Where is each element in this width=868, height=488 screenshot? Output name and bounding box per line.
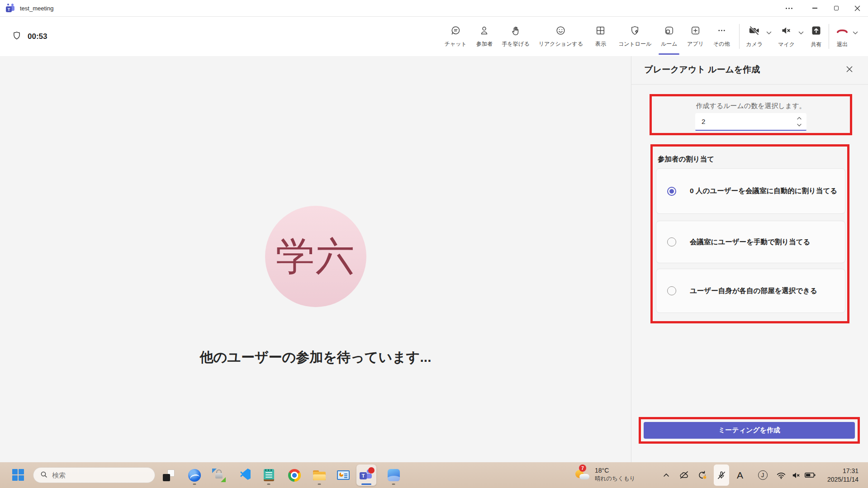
ellipsis-icon (716, 25, 727, 38)
raise-hand-icon (510, 25, 522, 38)
toolbar-divider (739, 24, 740, 49)
toolbar-tab-raise-hand[interactable]: 手を挙げる (498, 17, 534, 56)
presentation-icon (337, 470, 350, 480)
photos-icon (388, 469, 400, 481)
toolbar-tab-participants[interactable]: 参加者 (471, 17, 498, 56)
onedrive-paused-icon[interactable] (677, 462, 691, 488)
clock-time: 17:31 (827, 467, 859, 475)
clock-date: 2025/11/14 (827, 475, 859, 484)
task-view-button[interactable] (159, 464, 179, 486)
leave-button[interactable]: 退出 (834, 17, 851, 56)
share-label: 共有 (811, 41, 822, 48)
annotation-box-room-count: 作成するルームの数を選択します。 (650, 94, 852, 135)
radio-icon[interactable] (667, 286, 676, 295)
annotation-box-create: ミーティングを作成 (639, 417, 860, 444)
toolbar-tab-apps[interactable]: アプリ (682, 17, 708, 56)
apps-plus-icon (690, 25, 701, 38)
close-button[interactable] (847, 0, 868, 16)
annotation-box-assignment: 参加者の割り当て 0 人のユーザーを会議室に自動的に割り当てる 会議室にユーザー… (650, 144, 849, 323)
ime-language-icon[interactable]: J (756, 462, 769, 488)
presentation-button[interactable] (333, 464, 353, 486)
camera-chevron-down-icon[interactable] (766, 17, 772, 49)
toolbar-tab-react[interactable]: リアクションする (534, 17, 588, 56)
toolbar-tabs: チャット 参加者 手を挙げる リアクションする 表示 コントロール (440, 17, 735, 56)
waiting-message: 他のユーザーの参加を待っています... (0, 348, 631, 367)
toolbar-tab-control[interactable]: コントロール (614, 17, 656, 56)
av-controls: カメラ マイク 共有 退出 (744, 17, 868, 56)
shield-icon (12, 31, 22, 43)
maximize-button[interactable] (825, 0, 847, 16)
window-more-icon[interactable] (778, 0, 800, 16)
camera-label: カメラ (746, 41, 763, 48)
toolbar-tab-chat[interactable]: チャット (440, 17, 471, 56)
tray-chevron-up-icon[interactable] (660, 462, 673, 488)
teams-button[interactable]: T (356, 464, 376, 486)
rooms-icon (664, 25, 675, 38)
mic-chevron-down-icon[interactable] (798, 17, 804, 49)
view-icon (595, 25, 606, 38)
start-button[interactable] (12, 469, 24, 481)
meeting-main: 学六 他のユーザーの参加を待っています... ブレークアウト ルームを作成 作成… (0, 56, 868, 462)
winscp-button[interactable] (209, 464, 229, 486)
share-icon (810, 24, 822, 38)
weather-widget[interactable]: 7 18°C 晴れのちくもり (575, 465, 635, 483)
task-view-icon (163, 469, 175, 481)
breakout-rooms-panel: ブレークアウト ルームを作成 作成するルームの数を選択します。 参加者の割り当て (631, 56, 868, 462)
camera-off-icon (748, 24, 760, 38)
spinner-down-icon[interactable] (796, 123, 803, 128)
spinner-up-icon[interactable] (796, 116, 803, 121)
toolbar-tab-rooms[interactable]: ルーム (656, 17, 682, 56)
mic-in-use-indicator[interactable] (714, 464, 729, 486)
share-button[interactable]: 共有 (808, 17, 824, 56)
audio-muted-icon (780, 24, 792, 38)
panel-close-icon[interactable] (844, 63, 855, 75)
toolbar-tab-label: 参加者 (476, 40, 493, 48)
wifi-icon[interactable] (774, 462, 788, 488)
minimize-button[interactable] (804, 0, 825, 16)
leave-label: 退出 (837, 41, 848, 48)
avatar: 学六 (265, 206, 366, 307)
radio-selected-icon[interactable] (667, 187, 676, 196)
vscode-button[interactable] (236, 464, 256, 486)
photos-button[interactable] (384, 464, 403, 486)
window-title: test_meeting (20, 5, 53, 12)
assignment-option-label: 0 人のユーザーを会議室に自動的に割り当てる (690, 186, 837, 196)
volume-muted-icon[interactable] (790, 462, 802, 488)
thunderbird-button[interactable] (185, 464, 204, 486)
panel-divider (631, 84, 868, 85)
toolbar-tab-view[interactable]: 表示 (588, 17, 614, 56)
file-explorer-button[interactable] (309, 464, 329, 486)
battery-icon[interactable] (802, 462, 818, 488)
weather-sun-cloud-icon: 7 (575, 465, 591, 482)
camera-button[interactable]: カメラ (744, 17, 764, 56)
notepad-button[interactable] (259, 464, 279, 486)
mic-button[interactable]: マイク (776, 17, 797, 56)
radio-icon[interactable] (667, 237, 676, 246)
ime-mode-indicator[interactable]: A (735, 462, 745, 488)
assignment-option-auto[interactable]: 0 人のユーザーを会議室に自動的に割り当てる (656, 168, 845, 214)
panel-title: ブレークアウト ルームを作成 (644, 64, 760, 76)
participants-icon (479, 25, 490, 38)
meeting-stage: 学六 他のユーザーの参加を待っています... (0, 56, 631, 462)
chrome-button[interactable] (285, 464, 304, 486)
taskbar: T 7 18°C 晴れのちくもり A (0, 462, 868, 488)
search-icon (40, 471, 47, 480)
sync-status-icon[interactable] (695, 462, 709, 488)
taskbar-clock[interactable]: 17:31 2025/11/14 (827, 467, 859, 483)
toolbar-tab-more[interactable]: その他 (708, 17, 735, 56)
toolbar-tab-label: アプリ (687, 40, 704, 48)
leave-chevron-down-icon[interactable] (853, 17, 858, 49)
assignment-option-self-select[interactable]: ユーザー自身が各自の部屋を選択できる (656, 269, 845, 313)
weather-condition: 晴れのちくもり (595, 475, 635, 483)
toolbar-tab-label: 表示 (595, 40, 606, 48)
create-meeting-button[interactable]: ミーティングを作成 (644, 422, 855, 439)
room-count-label: 作成するルームの数を選択します。 (652, 102, 850, 110)
search-input[interactable] (52, 471, 138, 479)
hangup-icon (835, 24, 849, 38)
room-count-input[interactable] (702, 113, 783, 130)
assignment-option-manual[interactable]: 会議室にユーザーを手動で割り当てる (656, 221, 845, 263)
reaction-icon (555, 25, 566, 38)
taskbar-search[interactable] (33, 467, 155, 483)
assignment-heading: 参加者の割り当て (658, 155, 714, 164)
notification-badge (368, 467, 375, 474)
